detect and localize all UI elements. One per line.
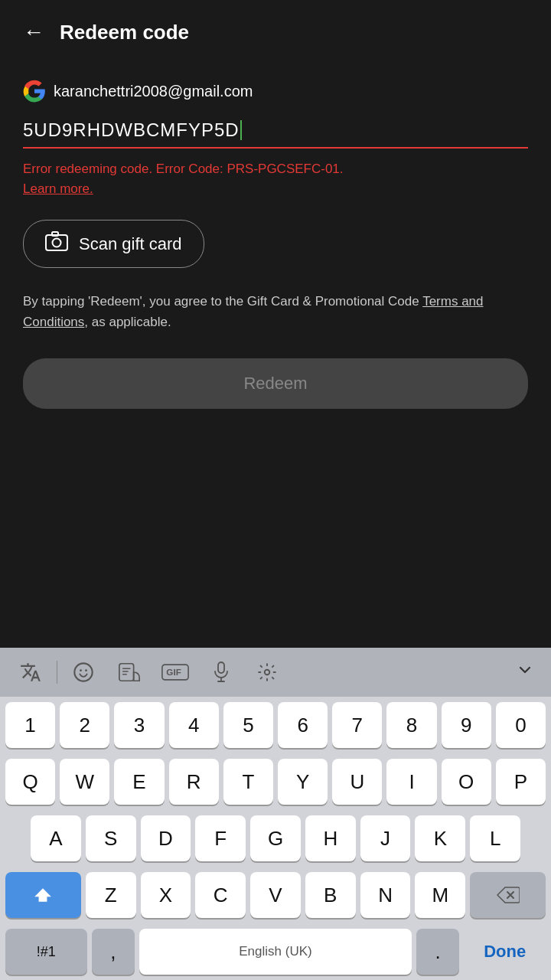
back-arrow-icon: ← bbox=[23, 20, 44, 44]
redeem-button[interactable]: Redeem bbox=[23, 358, 528, 409]
key-7[interactable]: 7 bbox=[332, 702, 382, 748]
key-i[interactable]: I bbox=[386, 759, 436, 805]
key-2[interactable]: 2 bbox=[60, 702, 109, 748]
page-title: Redeem code bbox=[60, 21, 189, 44]
toolbar-left: GIF bbox=[8, 654, 290, 691]
svg-rect-9 bbox=[218, 662, 224, 673]
main-content: karanchettri2008@gmail.com 5UD9RHDWBCMFY… bbox=[0, 64, 551, 424]
settings-icon[interactable] bbox=[244, 654, 290, 691]
key-h[interactable]: H bbox=[305, 815, 356, 861]
gif-icon[interactable]: GIF bbox=[152, 654, 198, 691]
bottom-row: !#1 , English (UK) . Done bbox=[0, 923, 551, 980]
key-1[interactable]: 1 bbox=[5, 702, 55, 748]
key-y[interactable]: Y bbox=[278, 759, 328, 805]
key-z[interactable]: Z bbox=[86, 872, 136, 918]
toolbar-right bbox=[507, 655, 543, 690]
emoji-icon[interactable] bbox=[60, 654, 106, 691]
error-message: Error redeeming code. Error Code: PRS-PG… bbox=[23, 159, 528, 198]
key-t[interactable]: T bbox=[223, 759, 273, 805]
key-0[interactable]: 0 bbox=[496, 702, 546, 748]
svg-point-3 bbox=[74, 663, 92, 681]
key-6[interactable]: 6 bbox=[278, 702, 328, 748]
shift-key[interactable] bbox=[5, 872, 81, 918]
key-v[interactable]: V bbox=[250, 872, 301, 918]
period-key[interactable]: . bbox=[416, 929, 460, 975]
symbols-key[interactable]: !#1 bbox=[5, 929, 87, 975]
key-e[interactable]: E bbox=[114, 759, 164, 805]
space-key[interactable]: English (UK) bbox=[139, 929, 411, 975]
key-p[interactable]: P bbox=[496, 759, 546, 805]
google-logo-icon bbox=[23, 80, 46, 103]
key-r[interactable]: R bbox=[169, 759, 219, 805]
svg-rect-0 bbox=[46, 235, 67, 250]
hide-keyboard-icon[interactable] bbox=[507, 655, 543, 690]
key-a[interactable]: A bbox=[31, 815, 81, 861]
scan-gift-card-button[interactable]: Scan gift card bbox=[23, 220, 204, 268]
key-o[interactable]: O bbox=[442, 759, 491, 805]
translate-icon[interactable] bbox=[8, 654, 54, 691]
svg-point-4 bbox=[80, 669, 82, 671]
key-b[interactable]: B bbox=[305, 872, 356, 918]
svg-rect-2 bbox=[52, 232, 58, 236]
key-x[interactable]: X bbox=[141, 872, 191, 918]
microphone-icon[interactable] bbox=[198, 654, 244, 691]
key-5[interactable]: 5 bbox=[223, 702, 273, 748]
key-n[interactable]: N bbox=[360, 872, 411, 918]
key-g[interactable]: G bbox=[250, 815, 301, 861]
key-f[interactable]: F bbox=[195, 815, 246, 861]
key-m[interactable]: M bbox=[415, 872, 465, 918]
key-3[interactable]: 3 bbox=[114, 702, 164, 748]
toolbar-divider bbox=[57, 661, 57, 684]
keyboard-toolbar: GIF bbox=[0, 648, 551, 697]
svg-text:GIF: GIF bbox=[166, 668, 181, 678]
key-j[interactable]: J bbox=[360, 815, 411, 861]
key-c[interactable]: C bbox=[195, 872, 246, 918]
key-l[interactable]: L bbox=[470, 815, 520, 861]
key-q[interactable]: Q bbox=[5, 759, 55, 805]
key-8[interactable]: 8 bbox=[386, 702, 436, 748]
key-s[interactable]: S bbox=[86, 815, 136, 861]
key-u[interactable]: U bbox=[332, 759, 382, 805]
key-k[interactable]: K bbox=[415, 815, 465, 861]
cursor-indicator bbox=[240, 120, 242, 140]
svg-point-1 bbox=[53, 239, 61, 247]
done-key[interactable]: Done bbox=[464, 929, 546, 975]
code-input-wrapper[interactable]: 5UD9RHDWBCMFYP5D bbox=[23, 119, 528, 149]
svg-point-5 bbox=[85, 669, 87, 671]
terms-text: By tapping 'Redeem', you agree to the Gi… bbox=[23, 291, 528, 332]
code-input[interactable]: 5UD9RHDWBCMFYP5D bbox=[23, 119, 240, 141]
camera-icon bbox=[45, 231, 68, 256]
key-9[interactable]: 9 bbox=[442, 702, 491, 748]
top-bar: ← Redeem code bbox=[0, 0, 551, 64]
delete-key[interactable] bbox=[470, 872, 546, 918]
zxcv-row: Z X C V B N M bbox=[0, 867, 551, 923]
key-d[interactable]: D bbox=[141, 815, 191, 861]
sticker-icon[interactable] bbox=[106, 654, 152, 691]
account-row: karanchettri2008@gmail.com bbox=[23, 80, 528, 103]
back-button[interactable]: ← bbox=[15, 14, 52, 51]
learn-more-link[interactable]: Learn more. bbox=[23, 181, 93, 196]
qwerty-row: Q W E R T Y U I O P bbox=[0, 753, 551, 810]
number-row: 1 2 3 4 5 6 7 8 9 0 bbox=[0, 697, 551, 753]
key-4[interactable]: 4 bbox=[169, 702, 219, 748]
key-w[interactable]: W bbox=[60, 759, 109, 805]
svg-point-12 bbox=[265, 670, 270, 675]
svg-rect-6 bbox=[119, 664, 134, 681]
asdf-row: A S D F G H J K L bbox=[0, 810, 551, 867]
scan-button-label: Scan gift card bbox=[79, 234, 182, 254]
keyboard: GIF bbox=[0, 648, 551, 980]
account-email: karanchettri2008@gmail.com bbox=[54, 83, 253, 100]
comma-key[interactable]: , bbox=[92, 929, 135, 975]
